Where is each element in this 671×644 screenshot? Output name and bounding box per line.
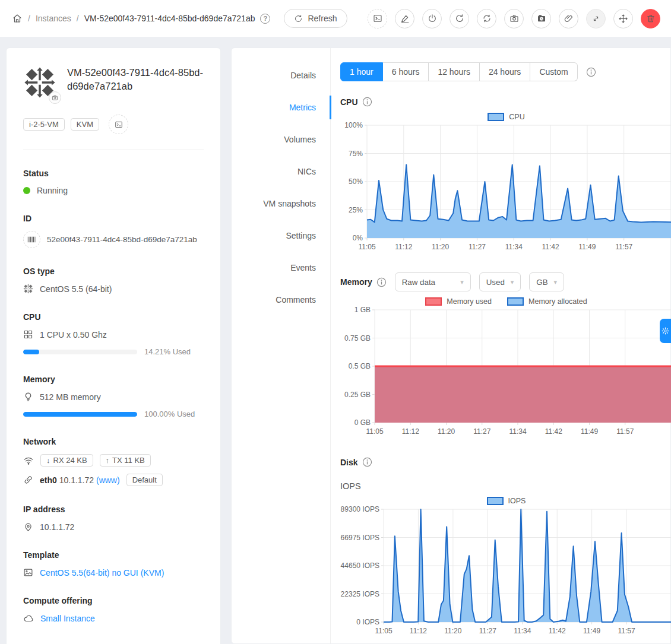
info-circle-icon[interactable] — [362, 457, 372, 467]
cpu-section: CPU 1 CPU x 0.50 Ghz 14.21% Used — [23, 312, 204, 356]
svg-text:11:20: 11:20 — [444, 627, 461, 635]
svg-text:11:49: 11:49 — [581, 427, 598, 436]
info-circle-icon[interactable] — [376, 277, 387, 287]
change-icon-camera-badge[interactable] — [49, 91, 61, 104]
legend-item[interactable]: Memory allocated — [507, 297, 587, 306]
stop-instance-button[interactable] — [422, 9, 442, 28]
tab-metrics[interactable]: Metrics — [232, 96, 330, 119]
legend-swatch — [487, 497, 504, 505]
console-quick-button[interactable] — [109, 115, 128, 134]
rx-tag: ↓RX 24 KB — [40, 454, 93, 467]
ip-label: IP address — [23, 505, 204, 514]
breadcrumb-instances[interactable]: Instances — [36, 14, 71, 23]
memory-data-mode-select[interactable]: Raw data▾ — [395, 272, 471, 291]
svg-text:0%: 0% — [353, 234, 363, 242]
take-snapshot-button[interactable] — [504, 9, 524, 28]
svg-text:50%: 50% — [349, 177, 363, 186]
take-vm-snapshot-button[interactable] — [531, 9, 551, 28]
theme-settings-button[interactable] — [660, 319, 671, 343]
svg-text:1 GB: 1 GB — [355, 307, 371, 314]
cpu-usage-label: 14.21% Used — [144, 347, 204, 356]
svg-text:11:42: 11:42 — [542, 243, 559, 251]
reinstall-instance-button[interactable] — [477, 9, 496, 28]
svg-text:11:57: 11:57 — [615, 243, 632, 251]
chevron-down-icon: ▾ — [554, 278, 558, 286]
breadcrumb-separator: / — [77, 14, 79, 23]
svg-text:11:49: 11:49 — [578, 243, 596, 251]
svg-text:11:57: 11:57 — [618, 627, 635, 635]
detail-panel: Details Metrics Volumes NICs VM snapshot… — [231, 47, 671, 644]
scale-arrows-icon — [591, 14, 600, 23]
offering-label: Compute offering — [23, 596, 204, 605]
svg-text:0.5 GB: 0.5 GB — [349, 362, 371, 370]
svg-text:66975 IOPS: 66975 IOPS — [341, 534, 379, 542]
memory-unit-select[interactable]: GB▾ — [529, 272, 564, 291]
range-6-hours[interactable]: 6 hours — [383, 62, 429, 81]
tab-volumes[interactable]: Volumes — [232, 128, 330, 151]
svg-text:11:05: 11:05 — [366, 427, 383, 436]
nic-default-tag: Default — [126, 474, 163, 486]
destroy-instance-button[interactable] — [641, 9, 660, 28]
memory-value: 512 MB memory — [40, 392, 101, 402]
range-custom[interactable]: Custom — [530, 62, 577, 81]
legend-label: Memory used — [447, 297, 492, 306]
tab-events[interactable]: Events — [232, 256, 330, 280]
svg-text:11:20: 11:20 — [432, 243, 449, 251]
range-12-hours[interactable]: 12 hours — [429, 62, 479, 81]
nic-network-link[interactable]: (www) — [96, 475, 120, 485]
tab-comments[interactable]: Comments — [232, 288, 330, 312]
move-arrows-icon — [618, 14, 628, 24]
question-circle-icon[interactable]: ? — [260, 14, 270, 24]
legend-item[interactable]: IOPS — [487, 497, 526, 505]
reboot-instance-button[interactable] — [450, 9, 469, 28]
info-circle-icon[interactable] — [362, 97, 372, 107]
range-1-hour[interactable]: 1 hour — [340, 62, 383, 81]
svg-text:75%: 75% — [349, 150, 363, 158]
tab-nics[interactable]: NICs — [232, 160, 330, 183]
cloud-icon — [23, 613, 34, 624]
migrate-instance-button[interactable] — [613, 9, 633, 28]
memory-used-select[interactable]: Used▾ — [479, 272, 521, 291]
tab-vm-snapshots[interactable]: VM snapshots — [232, 192, 330, 215]
legend-swatch — [507, 297, 524, 306]
offering-link[interactable]: Small Instance — [40, 614, 95, 623]
svg-text:11:49: 11:49 — [583, 627, 600, 635]
os-type-section: OS type CentOS 5.5 (64-bit) — [23, 267, 204, 294]
legend-swatch — [488, 113, 504, 121]
picture-icon — [23, 567, 33, 578]
svg-text:11:34: 11:34 — [514, 627, 531, 635]
svg-text:100%: 100% — [344, 122, 363, 129]
svg-text:89300 IOPS: 89300 IOPS — [341, 506, 379, 513]
memory-section: Memory 512 MB memory 100.00% Used — [23, 375, 204, 418]
iops-legend: IOPS — [340, 497, 671, 505]
svg-text:0 GB: 0 GB — [355, 418, 371, 427]
cpu-usage-bar — [23, 350, 137, 354]
legend-item[interactable]: Memory used — [425, 297, 492, 306]
memory-legend: Memory usedMemory allocated — [340, 297, 671, 306]
svg-text:11:05: 11:05 — [375, 627, 392, 635]
svg-text:25%: 25% — [349, 206, 363, 214]
status-value: Running — [37, 186, 68, 195]
info-circle-icon[interactable] — [586, 67, 596, 77]
view-console-button[interactable] — [368, 9, 387, 28]
edit-instance-button[interactable] — [395, 9, 414, 28]
power-icon — [428, 14, 437, 23]
arrow-up-icon: ↑ — [106, 456, 110, 465]
range-24-hours[interactable]: 24 hours — [480, 62, 530, 81]
tab-settings[interactable]: Settings — [232, 224, 330, 248]
template-link[interactable]: CentOS 5.5(64-bit) no GUI (KVM) — [40, 568, 164, 578]
scale-vm-button[interactable] — [586, 9, 606, 28]
os-icon — [23, 284, 33, 294]
legend-item[interactable]: CPU — [488, 113, 524, 121]
home-icon[interactable] — [12, 13, 23, 24]
attach-iso-button[interactable] — [559, 9, 578, 28]
breadcrumb-separator: / — [28, 14, 30, 23]
disk-heading: Disk — [340, 458, 358, 467]
refresh-button[interactable]: Refresh — [284, 9, 347, 28]
memory-chart: Memory usedMemory allocated1 GB0.75 GB0.… — [340, 297, 671, 439]
legend-label: Memory allocated — [528, 297, 587, 306]
legend-swatch — [425, 297, 442, 306]
paperclip-icon — [564, 14, 574, 23]
tab-details[interactable]: Details — [232, 64, 330, 87]
divider — [23, 150, 204, 150]
